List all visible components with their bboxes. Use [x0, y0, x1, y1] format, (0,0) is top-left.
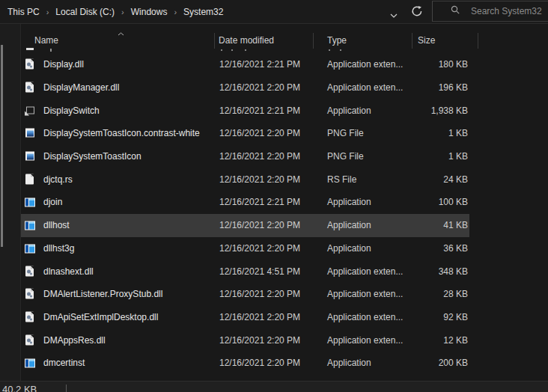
search-input[interactable] [469, 5, 547, 17]
file-date-modified: 12/16/2021 2:20 PM [219, 220, 300, 230]
application-icon [25, 220, 35, 231]
file-name: dllhst3g [43, 243, 74, 254]
search-icon [451, 4, 460, 18]
file-size: 1 KB [412, 151, 468, 162]
file-date-modified: 12/16/2021 2:20 PM [219, 243, 300, 254]
navigation-pane-edge [0, 24, 21, 381]
application-icon [25, 242, 35, 254]
file-type: Application exten... [327, 312, 403, 322]
display-switch-icon [25, 105, 35, 116]
file-row[interactable]: DisplaySystemToastIcon 12/16/2021 2:20 P… [21, 145, 548, 168]
file-row[interactable]: dllhst3g 12/16/2021 2:20 PM Application … [21, 237, 548, 260]
file-type: Application [327, 243, 371, 254]
address-toolbar: This PC›Local Disk (C:)›Windows›System32 [0, 0, 548, 24]
column-header-name[interactable]: Name [34, 35, 58, 46]
file-row[interactable]: dmcertinst 12/16/2021 2:20 PM Applicatio… [21, 352, 548, 375]
png-image-icon [25, 151, 35, 162]
file-row[interactable]: DMAppsRes.dll 12/16/2021 2:20 PM Applica… [21, 328, 548, 352]
file-size: 200 KB [412, 358, 468, 368]
file-row[interactable]: Display.dll 12/16/2021 2:21 PM Applicati… [21, 53, 548, 76]
file-type: PNG File [327, 151, 364, 162]
file-size: 180 KB [412, 59, 468, 70]
sort-ascending-icon[interactable] [118, 28, 124, 38]
file-name: DisplaySystemToastIcon [43, 151, 141, 162]
file-date-modified: 12/16/2021 2:20 PM [219, 128, 300, 138]
file-row[interactable]: DisplaySystemToastIcon.contrast-white 12… [21, 122, 548, 145]
file-row[interactable]: DisplayManager.dll 12/16/2021 2:20 PM Ap… [21, 76, 548, 99]
file-size: 12 KB [412, 335, 468, 346]
file-type: Application [327, 220, 371, 230]
dll-file-icon [25, 59, 35, 70]
column-header-date-modified[interactable]: Date modified [219, 35, 274, 46]
chevron-down-icon[interactable] [390, 7, 398, 21]
file-name: dmcertinst [43, 358, 85, 368]
refresh-icon[interactable] [411, 5, 424, 19]
search-box [432, 1, 548, 22]
file-name: DisplaySystemToastIcon.contrast-white [43, 128, 200, 138]
file-type: Application exten... [327, 335, 403, 346]
application-icon [25, 358, 35, 369]
partial-row[interactable] [21, 46, 548, 53]
status-bar: 40.2 KB [0, 381, 548, 392]
file-type: Application [327, 105, 371, 116]
breadcrumb-separator-icon: › [46, 7, 49, 16]
breadcrumb: This PC›Local Disk (C:)›Windows›System32 [7, 0, 223, 23]
file-name: DmApiSetExtImplDesktop.dll [43, 312, 158, 322]
breadcrumb-item[interactable]: This PC [7, 7, 40, 17]
breadcrumb-item[interactable]: Local Disk (C:) [55, 7, 115, 17]
file-name: DMAppsRes.dll [43, 335, 106, 346]
file-row[interactable]: DisplaySwitch 12/16/2021 2:21 PM Applica… [21, 99, 548, 122]
partial-text-fragment [50, 49, 52, 52]
file-size: 92 KB [412, 312, 468, 322]
file-size: 41 KB [412, 220, 468, 230]
dll-file-icon [25, 266, 35, 277]
file-date-modified: 12/16/2021 2:20 PM [219, 312, 300, 322]
dll-file-icon [25, 82, 35, 94]
file-name: dlnashext.dll [43, 266, 94, 277]
file-date-modified: 12/16/2021 2:20 PM [219, 289, 300, 299]
file-row[interactable]: djoin 12/16/2021 2:21 PM Application 100… [21, 191, 548, 214]
file-name: DisplaySwitch [43, 105, 100, 116]
file-type: Application exten... [327, 266, 403, 277]
file-name: djoin [43, 197, 62, 207]
png-image-icon [25, 128, 35, 139]
file-type: Application exten... [327, 59, 403, 70]
generic-file-icon [25, 174, 35, 185]
file-date-modified: 12/16/2021 2:20 PM [219, 151, 300, 162]
file-row[interactable]: DMAlertListener.ProxyStub.dll 12/16/2021… [21, 283, 548, 306]
file-type: Application [327, 358, 371, 368]
breadcrumb-item[interactable]: System32 [183, 7, 223, 17]
file-date-modified: 12/16/2021 2:20 PM [219, 358, 300, 368]
file-size: 1,938 KB [412, 105, 468, 116]
file-list: Display.dll 12/16/2021 2:21 PM Applicati… [21, 53, 548, 375]
breadcrumb-separator-icon: › [121, 7, 124, 16]
selected-item-size: 40.2 KB [2, 384, 37, 392]
file-type: Application exten... [327, 82, 403, 93]
vertical-scrollbar-thumb[interactable] [1, 45, 3, 247]
file-size: 196 KB [412, 82, 468, 93]
file-date-modified: 12/16/2021 2:21 PM [219, 197, 300, 207]
file-type: RS File [327, 174, 356, 185]
dll-file-icon [25, 289, 35, 300]
file-date-modified: 12/16/2021 4:51 PM [219, 266, 300, 277]
file-name: DisplayManager.dll [43, 82, 119, 93]
column-header-size[interactable]: Size [418, 35, 435, 46]
file-date-modified: 12/16/2021 2:21 PM [219, 59, 300, 70]
column-header-type[interactable]: Type [327, 35, 347, 46]
file-size: 100 KB [412, 197, 468, 207]
file-size: 24 KB [412, 174, 468, 185]
file-type: Application [327, 197, 371, 207]
file-row[interactable]: DmApiSetExtImplDesktop.dll 12/16/2021 2:… [21, 306, 548, 329]
dll-file-icon [25, 334, 35, 346]
file-name: djctq.rs [43, 174, 73, 185]
file-size: 36 KB [412, 243, 468, 254]
file-row[interactable]: djctq.rs 12/16/2021 2:20 PM RS File 24 K… [21, 168, 548, 191]
file-date-modified: 12/16/2021 2:20 PM [219, 335, 300, 346]
breadcrumb-separator-icon: › [174, 7, 177, 16]
file-row[interactable]: dllhost 12/16/2021 2:20 PM Application 4… [21, 214, 548, 237]
breadcrumb-item[interactable]: Windows [131, 7, 168, 17]
file-name: DMAlertListener.ProxyStub.dll [43, 289, 162, 299]
file-explorer-window: This PC›Local Disk (C:)›Windows›System32 [0, 0, 548, 392]
file-name: dllhost [43, 220, 70, 230]
file-row[interactable]: dlnashext.dll 12/16/2021 4:51 PM Applica… [21, 260, 548, 283]
